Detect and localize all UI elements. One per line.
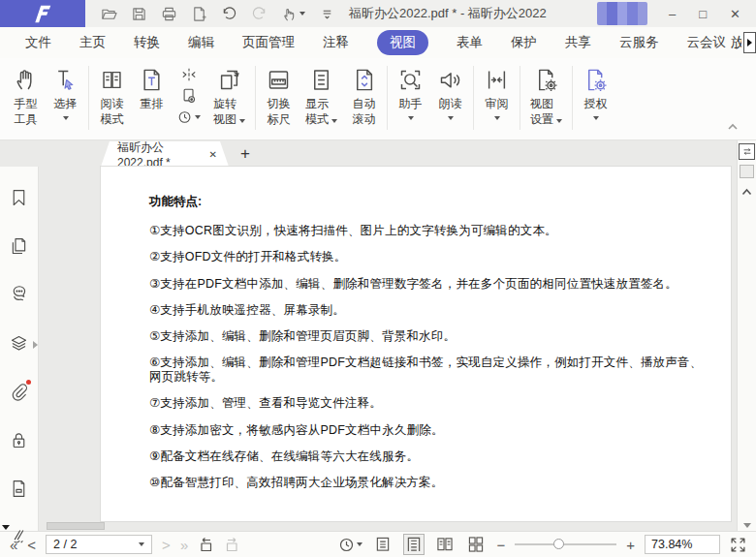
continuous-view-button[interactable] (403, 534, 425, 555)
menu-edit[interactable]: 编辑 (188, 34, 214, 51)
signature-panel-button[interactable] (9, 527, 29, 550)
facing-continuous-view-button[interactable] (465, 534, 487, 555)
clock-icon (177, 109, 193, 125)
zoom-out-button[interactable]: − (496, 538, 505, 552)
redo-icon[interactable] (251, 6, 268, 22)
continuous-page-icon (406, 537, 422, 552)
bookmarks-panel-button[interactable] (9, 188, 29, 211)
dropdown-caret-icon (331, 119, 337, 123)
menu-form[interactable]: 表单 (457, 34, 483, 51)
vertical-scrollbar-thumb[interactable] (740, 165, 754, 178)
menu-scroll-right-button[interactable] (743, 32, 756, 53)
rotate-view-button[interactable]: 旋转 视图 (206, 66, 252, 128)
read-mode-button[interactable]: 阅读 模式 (92, 66, 132, 128)
license-gear-icon (583, 67, 609, 93)
fullscreen-button[interactable] (730, 537, 746, 553)
menu-convert[interactable]: 转换 (134, 34, 160, 51)
layers-icon (9, 333, 29, 354)
review-button[interactable]: 审阅 (477, 66, 517, 121)
next-page-button[interactable]: > (162, 538, 171, 552)
view-settings-button[interactable]: 视图 设置 (523, 66, 569, 128)
menu-cloud-services[interactable]: 云服务 (619, 34, 659, 51)
menu-overflow-partial[interactable]: 放 (731, 34, 741, 51)
reflow-label: 重排 (141, 97, 164, 112)
new-page-icon[interactable] (191, 6, 207, 22)
page-number-input[interactable]: 2 / 2 (46, 535, 152, 554)
layers-panel-button[interactable] (9, 333, 29, 356)
page-preview-eye-icon[interactable] (181, 88, 197, 104)
menu-protect[interactable]: 保护 (511, 34, 537, 51)
user-avatar[interactable] (597, 2, 647, 25)
zoom-in-button[interactable]: + (626, 538, 635, 552)
history-button[interactable] (177, 109, 201, 125)
single-page-view-button[interactable] (372, 534, 394, 555)
close-button[interactable]: ✕ (730, 7, 740, 21)
pdf-paragraph: ⑦支持添加、管理、查看和导览文件注释。 (149, 396, 715, 411)
menu-comment[interactable]: 注释 (323, 34, 349, 51)
sidebar-more-button[interactable] (2, 525, 10, 530)
menu-page-management[interactable]: 页面管理 (242, 34, 295, 51)
recent-zoom-button[interactable] (338, 537, 362, 553)
document-view-area[interactable]: 功能特点: ①支持OCR图文识别，快速将扫描件、图片上的文字转换为可编辑的文本。… (39, 167, 737, 531)
facing-view-button[interactable] (434, 534, 456, 555)
foxit-logo[interactable] (0, 0, 85, 27)
horizontal-scrollbar-thumb[interactable] (47, 522, 105, 530)
new-tab-button[interactable]: + (240, 145, 250, 162)
comments-panel-button[interactable] (9, 285, 29, 308)
security-panel-button[interactable] (9, 430, 29, 453)
dropdown-caret-icon (494, 116, 500, 120)
document-tab-active[interactable]: 福昕办公2022.pdf * ✕ (101, 141, 229, 167)
save-icon[interactable] (131, 6, 147, 22)
pdf-paragraph: ②支持OFD文件的打开和格式转换。 (149, 250, 715, 264)
collapse-ribbon-button[interactable] (727, 119, 739, 134)
hand-tool-quick-button[interactable] (281, 6, 305, 22)
expand-sidebar-handle[interactable] (33, 341, 38, 349)
pdf-paragraph: ⑧支持添加密文，将敏感内容从PDF文档中永久删除。 (149, 423, 715, 438)
zoom-level-input[interactable]: 73.84% (645, 535, 720, 554)
fields-panel-button[interactable] (9, 479, 29, 502)
dropdown-caret-icon (357, 542, 362, 546)
review-label: 审阅 (486, 97, 509, 112)
attachments-panel-button[interactable] (9, 382, 29, 405)
menu-home[interactable]: 主页 (79, 34, 106, 51)
tab-close-icon[interactable]: ✕ (209, 149, 217, 160)
open-file-icon[interactable] (101, 6, 117, 22)
menu-view-active[interactable]: 视图 (377, 30, 428, 55)
toggle-ruler-button[interactable]: 切换 标尺 (259, 66, 299, 128)
auto-scroll-button[interactable]: 自动 滚动 (344, 66, 384, 128)
customize-toolbar-icon[interactable] (319, 6, 335, 22)
maximize-button[interactable]: □ (699, 7, 707, 21)
split-view-icon[interactable] (181, 67, 197, 82)
license-button[interactable]: 授权 (576, 66, 615, 121)
reflow-button[interactable]: 重排 (132, 66, 172, 113)
scroll-up-button[interactable] (741, 184, 752, 199)
undo-icon[interactable] (221, 6, 237, 22)
vertical-scroll-rail[interactable] (737, 140, 756, 531)
toolbar-divider (387, 66, 388, 130)
swap-view-button[interactable] (739, 143, 755, 160)
assistant-button[interactable]: 助手 (391, 66, 430, 121)
zoom-slider-knob[interactable] (553, 539, 564, 549)
pdf-page[interactable]: 功能特点: ①支持OCR图文识别，快速将扫描件、图片上的文字转换为可编辑的文本。… (101, 167, 731, 521)
previous-view-button[interactable] (198, 537, 214, 553)
select-tool-button[interactable]: 选择 (46, 66, 85, 121)
last-page-button[interactable]: » (180, 538, 188, 552)
menu-share[interactable]: 共享 (565, 34, 591, 51)
minimize-button[interactable]: – (669, 7, 676, 21)
document-tab-bar: 福昕办公2022.pdf * ✕ + (0, 140, 737, 167)
pages-panel-button[interactable] (9, 236, 29, 260)
next-view-button[interactable] (224, 537, 240, 553)
menu-cloud-meeting[interactable]: 云会议 (687, 34, 727, 51)
hand-tool-label: 手型 工具 (15, 97, 38, 127)
rotate-view-label: 旋转 视图 (213, 97, 236, 127)
print-icon[interactable] (161, 6, 177, 22)
review-compare-icon (484, 67, 510, 93)
foxit-app-window: 福昕办公2022.pdf * - 福昕办公2022 – □ ✕ 文件 主页 转换… (0, 0, 756, 557)
zoom-slider[interactable] (515, 543, 616, 545)
menu-file[interactable]: 文件 (25, 34, 51, 51)
display-mode-button[interactable]: 显示 模式 (299, 66, 344, 128)
hand-tool-button[interactable]: 手型 工具 (6, 66, 46, 128)
scroll-down-button[interactable] (743, 523, 751, 528)
toggle-ruler-label: 切换 标尺 (268, 97, 291, 127)
read-aloud-button[interactable]: 朗读 (430, 66, 470, 121)
